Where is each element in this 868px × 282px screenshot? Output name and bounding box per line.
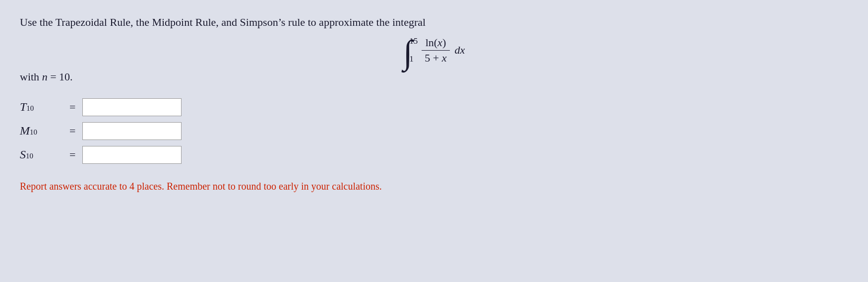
problem-statement: Use the Trapezoidal Rule, the Midpoint R… <box>20 15 848 30</box>
s10-equals: = <box>69 148 75 161</box>
m10-subscript: 10 <box>30 128 37 137</box>
t10-equals: = <box>69 101 75 114</box>
t10-subscript: 10 <box>26 104 34 113</box>
n-value-text: with n = 10. <box>20 70 848 83</box>
t10-input[interactable] <box>82 98 182 116</box>
integrand-fraction: ln(x) 5 + x <box>421 35 450 66</box>
integral-sign: ∫ <box>403 37 413 68</box>
integral-wrapper: ∫ 15 1 ln(x) 5 + x dx <box>403 35 465 66</box>
m10-label: M10 <box>20 124 64 138</box>
t10-row: T10 = <box>20 98 848 116</box>
s10-row: S10 = <box>20 146 848 164</box>
t-letter: T <box>20 100 26 114</box>
intro-text: Use the Trapezoidal Rule, the Midpoint R… <box>20 16 426 28</box>
m10-row: M10 = <box>20 122 848 140</box>
s10-input[interactable] <box>82 146 182 164</box>
s10-label: S10 <box>20 148 64 161</box>
denominator: 5 + x <box>421 51 450 66</box>
dx-label: dx <box>455 44 465 57</box>
m10-equals: = <box>69 125 75 138</box>
numerator: ln(x) <box>422 35 450 51</box>
m10-input[interactable] <box>82 122 182 140</box>
main-content: Use the Trapezoidal Rule, the Midpoint R… <box>20 15 848 194</box>
reminder-text: Report answers accurate to 4 places. Rem… <box>20 179 848 194</box>
s-letter: S <box>20 148 26 161</box>
answers-block: T10 = M10 = S10 = <box>20 98 848 164</box>
integral-block: ∫ 15 1 ln(x) 5 + x dx <box>20 35 848 66</box>
t10-label: T10 <box>20 100 64 114</box>
s10-subscript: 10 <box>26 152 33 160</box>
m-letter: M <box>20 124 30 138</box>
